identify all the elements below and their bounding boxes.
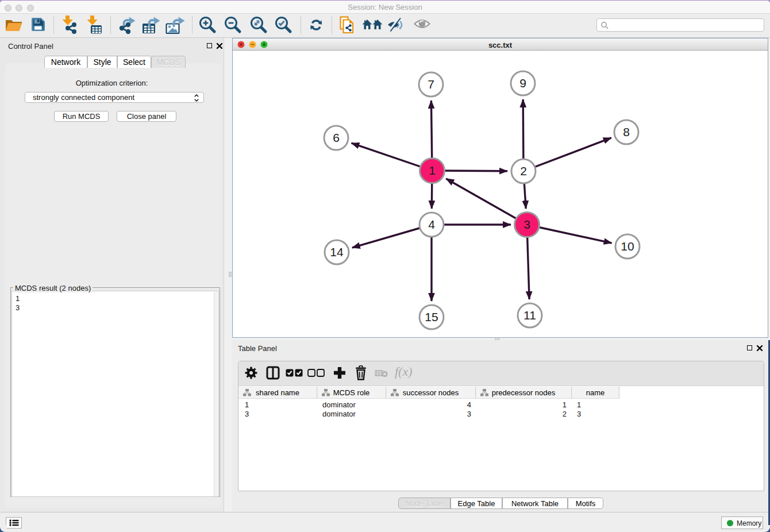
svg-text:15: 15 xyxy=(425,310,438,323)
svg-text:3: 3 xyxy=(523,218,530,231)
svg-text:8: 8 xyxy=(623,125,630,138)
svg-text:14: 14 xyxy=(330,245,344,259)
svg-text:2: 2 xyxy=(520,164,527,178)
svg-text:10: 10 xyxy=(621,240,634,253)
svg-text:1: 1 xyxy=(429,164,436,177)
svg-text:6: 6 xyxy=(333,131,340,144)
svg-text:7: 7 xyxy=(428,78,434,91)
svg-text:4: 4 xyxy=(428,218,435,231)
svg-text:11: 11 xyxy=(523,309,536,322)
svg-text:9: 9 xyxy=(519,76,526,90)
